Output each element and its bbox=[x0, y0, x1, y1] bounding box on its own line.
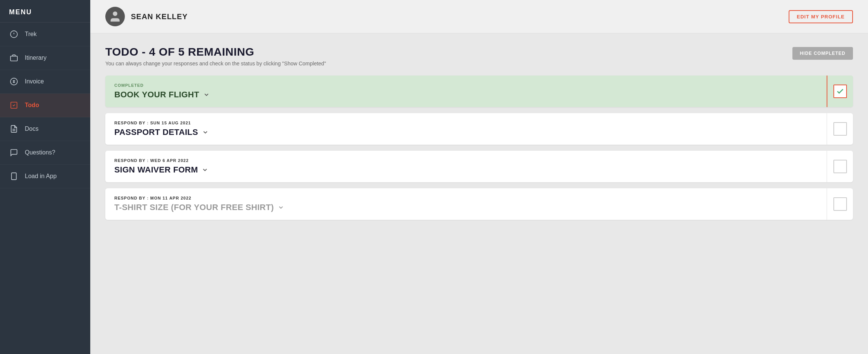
todo-item-status: RESPOND BY : WED 6 APR 2022 bbox=[114, 158, 818, 163]
mobile-icon bbox=[9, 171, 19, 181]
sidebar-item-questions[interactable]: Questions? bbox=[0, 141, 90, 165]
todo-item-title: SIGN WAIVER FORM bbox=[114, 165, 818, 175]
user-info: SEAN KELLEY bbox=[105, 7, 188, 26]
todo-item-status: RESPOND BY : SUN 15 AUG 2021 bbox=[114, 121, 818, 125]
todo-item-title: PASSPORT DETAILS bbox=[114, 127, 818, 137]
sidebar: MENU Trek Itinerary Invoice Todo Docs bbox=[0, 0, 90, 354]
sidebar-item-label: Load in App bbox=[25, 173, 57, 180]
svg-rect-3 bbox=[11, 56, 17, 61]
todo-item-content: RESPOND BY : MON 11 APR 2022 T-SHIRT SIZ… bbox=[105, 188, 827, 220]
todo-item-sign-waiver[interactable]: RESPOND BY : WED 6 APR 2022 SIGN WAIVER … bbox=[105, 151, 853, 182]
sidebar-item-label: Trek bbox=[25, 31, 36, 38]
todo-subtitle: You can always change your responses and… bbox=[105, 61, 326, 67]
chevron-down-icon bbox=[202, 166, 209, 174]
sidebar-item-label: Questions? bbox=[25, 149, 55, 156]
todo-checkbox[interactable] bbox=[827, 151, 853, 182]
checkbox-unchecked[interactable] bbox=[833, 122, 847, 136]
main-content: SEAN KELLEY EDIT MY PROFILE TODO - 4 OF … bbox=[90, 0, 868, 354]
sidebar-item-trek[interactable]: Trek bbox=[0, 23, 90, 46]
sidebar-item-label: Invoice bbox=[25, 78, 44, 85]
chat-icon bbox=[9, 148, 19, 157]
sidebar-item-docs[interactable]: Docs bbox=[0, 117, 90, 141]
todo-item-passport-details[interactable]: RESPOND BY : SUN 15 AUG 2021 PASSPORT DE… bbox=[105, 113, 853, 145]
todo-item-title: BOOK YOUR FLIGHT bbox=[114, 90, 818, 100]
todo-checkbox[interactable] bbox=[827, 188, 853, 220]
edit-profile-button[interactable]: EDIT MY PROFILE bbox=[789, 10, 853, 23]
sidebar-item-label: Todo bbox=[25, 102, 39, 109]
checkbox-unchecked[interactable] bbox=[833, 197, 847, 211]
sidebar-item-label: Itinerary bbox=[25, 54, 47, 61]
document-icon bbox=[9, 124, 19, 134]
content-area: TODO - 4 OF 5 REMAINING You can always c… bbox=[90, 33, 868, 238]
chevron-down-icon bbox=[203, 91, 211, 98]
todo-item-status: RESPOND BY : MON 11 APR 2022 bbox=[114, 196, 818, 200]
svg-rect-9 bbox=[12, 173, 17, 180]
sidebar-item-todo[interactable]: Todo bbox=[0, 94, 90, 117]
checkbox-icon bbox=[9, 100, 19, 110]
checkbox-unchecked[interactable] bbox=[833, 160, 847, 173]
page-header: SEAN KELLEY EDIT MY PROFILE bbox=[90, 0, 868, 33]
todo-item-content: RESPOND BY : SUN 15 AUG 2021 PASSPORT DE… bbox=[105, 113, 827, 145]
todo-header: TODO - 4 OF 5 REMAINING You can always c… bbox=[105, 45, 853, 67]
hide-completed-button[interactable]: HIDE COMPLETED bbox=[792, 47, 853, 60]
todo-title: TODO - 4 OF 5 REMAINING bbox=[105, 45, 326, 58]
sidebar-menu-header: MENU bbox=[0, 0, 90, 23]
todo-item-tshirt-size[interactable]: RESPOND BY : MON 11 APR 2022 T-SHIRT SIZ… bbox=[105, 188, 853, 220]
todo-item-content: COMPLETED BOOK YOUR FLIGHT bbox=[105, 76, 827, 107]
todo-checkbox[interactable] bbox=[827, 76, 853, 107]
todo-item-title: T-SHIRT SIZE (FOR YOUR FREE SHIRT) bbox=[114, 203, 818, 212]
sidebar-item-load-in-app[interactable]: Load in App bbox=[0, 165, 90, 188]
briefcase-icon bbox=[9, 53, 19, 63]
username: SEAN KELLEY bbox=[131, 12, 188, 21]
dollar-circle-icon bbox=[9, 77, 19, 86]
sidebar-item-itinerary[interactable]: Itinerary bbox=[0, 46, 90, 70]
chevron-down-icon bbox=[278, 204, 285, 211]
todo-checkbox[interactable] bbox=[827, 113, 853, 145]
sidebar-item-label: Docs bbox=[25, 126, 38, 132]
info-circle-icon bbox=[9, 29, 19, 39]
todo-item-status: COMPLETED bbox=[114, 83, 818, 88]
todo-item-book-flight[interactable]: COMPLETED BOOK YOUR FLIGHT bbox=[105, 76, 853, 107]
checkbox-checked[interactable] bbox=[833, 85, 847, 98]
todo-title-group: TODO - 4 OF 5 REMAINING You can always c… bbox=[105, 45, 326, 67]
todo-item-content: RESPOND BY : WED 6 APR 2022 SIGN WAIVER … bbox=[105, 151, 827, 182]
sidebar-item-invoice[interactable]: Invoice bbox=[0, 70, 90, 94]
svg-point-11 bbox=[113, 12, 117, 16]
avatar bbox=[105, 7, 125, 26]
chevron-down-icon bbox=[202, 129, 209, 136]
